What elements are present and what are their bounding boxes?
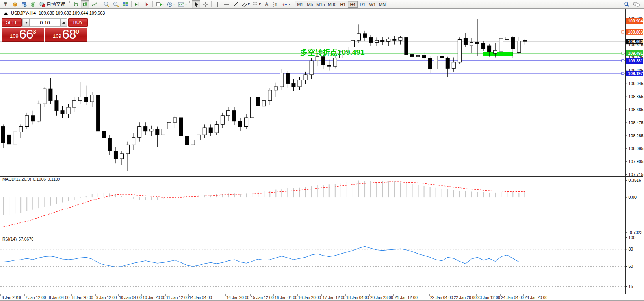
- candle-body: [381, 40, 384, 42]
- equidistant-channel-tool[interactable]: E: [240, 0, 251, 8]
- time-axis-label: 24 Jan 20:00: [525, 295, 547, 300]
- toolbar-grip[interactable]: [69, 1, 71, 7]
- templates-button[interactable]: ▾: [176, 0, 188, 8]
- trendline-tool[interactable]: [231, 0, 240, 8]
- add-indicator-button[interactable]: ▾: [154, 0, 165, 8]
- zoom-out-button[interactable]: [111, 0, 121, 8]
- candle-body: [499, 38, 503, 51]
- candle-body: [126, 145, 130, 154]
- candlestick-icon: [82, 1, 88, 7]
- candle-body: [440, 56, 444, 58]
- candle-body: [416, 55, 420, 57]
- candle-body: [49, 89, 52, 101]
- timeframe-button-M30[interactable]: M30: [327, 1, 338, 8]
- market-watch-button[interactable]: [20, 0, 28, 8]
- cursor-arrow-icon: [193, 1, 199, 7]
- volume-field[interactable]: 0.10: [30, 19, 60, 26]
- collapse-panel-icon[interactable]: [4, 12, 8, 15]
- text-label-tool[interactable]: T: [271, 0, 280, 8]
- chart-candles-button[interactable]: [81, 0, 89, 8]
- timeframe-button-M5[interactable]: M5: [305, 1, 315, 8]
- periods-button[interactable]: ▾: [165, 0, 176, 8]
- clock-icon: [167, 1, 173, 7]
- candle-body: [61, 111, 64, 114]
- price-badge-label: 109.381: [628, 58, 643, 63]
- candle-body: [203, 128, 206, 135]
- candle-body: [245, 118, 248, 127]
- cursor-button[interactable]: [192, 0, 200, 8]
- volume-decrease-button[interactable]: [23, 19, 30, 26]
- timeframe-button-D1[interactable]: D1: [358, 1, 367, 8]
- candle-body: [31, 116, 35, 121]
- buy-price-button[interactable]: 109 68 0: [45, 28, 87, 42]
- candle-body: [209, 128, 212, 133]
- arrows-icon: [282, 1, 288, 7]
- zoom-in-icon: [103, 1, 110, 7]
- macd-value-main: 0.1066: [33, 177, 46, 181]
- search-button[interactable]: [622, 0, 631, 8]
- toolbar-grip[interactable]: [292, 1, 294, 7]
- candle-body: [446, 58, 449, 68]
- toolbar-grip[interactable]: [189, 1, 191, 7]
- sell-price-button[interactable]: 109 66 3: [2, 28, 44, 42]
- timeframe-bar: M1M5M15M30H1H4D1W1MN: [295, 1, 387, 8]
- chart-canvas[interactable]: 多空转折点109.491109.995109.805109.615109.425…: [0, 9, 644, 301]
- navigator-button[interactable]: [29, 0, 37, 8]
- candle-body: [7, 135, 11, 144]
- time-axis-label: 20 Jan 23:00: [370, 295, 393, 300]
- zoom-in-button[interactable]: [102, 0, 111, 8]
- time-axis-label: 10 Jan 20:00: [143, 295, 165, 300]
- candle-body: [179, 118, 183, 136]
- timeframe-button-M1[interactable]: M1: [295, 1, 305, 8]
- timeframe-button-W1[interactable]: W1: [367, 1, 377, 8]
- dropdown-carat-icon: ▾: [288, 2, 290, 6]
- candle-body: [286, 73, 290, 83]
- volume-increase-button[interactable]: [60, 19, 67, 26]
- candle-body: [84, 97, 88, 102]
- axis-tick-label: 50: [629, 264, 633, 269]
- timeframe-button-M15[interactable]: M15: [315, 1, 326, 8]
- toolbar-right-group: [622, 0, 642, 8]
- chart-line-button[interactable]: [90, 0, 98, 8]
- timeframe-button-MN[interactable]: MN: [377, 1, 387, 8]
- timeframe-button-H4[interactable]: H4: [348, 1, 358, 8]
- rsi-value: 57.6670: [19, 237, 33, 241]
- candle-body: [78, 97, 82, 101]
- vertical-line-tool[interactable]: [213, 0, 222, 8]
- candle-body: [72, 101, 76, 107]
- text-tool[interactable]: A: [262, 0, 271, 8]
- chart-shift-button[interactable]: [133, 0, 142, 8]
- chart-bars-button[interactable]: [72, 0, 80, 8]
- candle-body: [434, 56, 438, 69]
- price-badge-label: 109.964: [628, 19, 643, 23]
- order-box-icon[interactable]: [11, 0, 19, 8]
- candle-body: [239, 121, 242, 127]
- chat-button[interactable]: [631, 0, 642, 8]
- auto-scroll-icon: [143, 1, 150, 7]
- time-axis-label: 23 Jan 12:00: [477, 295, 500, 300]
- sell-price-prefix: 109: [10, 32, 19, 40]
- autotrading-label: 自动交易: [45, 1, 67, 7]
- sell-button[interactable]: SELL: [2, 18, 22, 27]
- chat-bubbles-icon: [633, 1, 640, 7]
- time-axis-label: 11 Jan 12:00: [166, 295, 189, 300]
- horizontal-line-tool[interactable]: [222, 0, 231, 8]
- candle-body: [452, 62, 455, 69]
- timeframe-button-H1[interactable]: H1: [338, 1, 348, 8]
- buy-button[interactable]: BUY: [68, 18, 88, 27]
- autotrading-button[interactable]: 自动交易: [38, 0, 68, 8]
- fibonacci-tool[interactable]: F: [251, 0, 262, 8]
- time-axis-label: 7 Jan 12:00: [25, 295, 46, 300]
- candle-body: [363, 34, 367, 37]
- horizontal-line-icon: [223, 1, 230, 7]
- fibonacci-icon: [252, 1, 259, 7]
- new-order-button[interactable]: 单: [1, 0, 10, 8]
- crosshair-button[interactable]: [201, 0, 210, 8]
- time-axis-label: 10 Jan 04:00: [119, 295, 142, 300]
- trade-panel-price-row: 109 66 3 109 68 0: [2, 28, 88, 42]
- arrows-tool[interactable]: ▾: [280, 0, 291, 8]
- candle-body: [144, 127, 147, 131]
- tile-windows-button[interactable]: [121, 0, 130, 8]
- macd-name: MACD(12,26,9): [2, 177, 31, 181]
- auto-scroll-button[interactable]: [142, 0, 151, 8]
